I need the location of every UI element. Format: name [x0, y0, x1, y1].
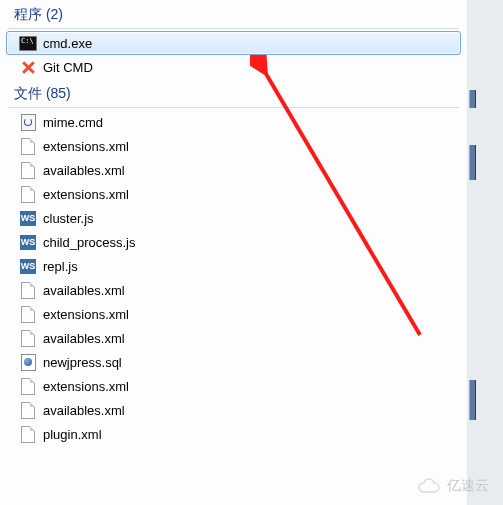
programs-item[interactable]: cmd.exe — [6, 31, 461, 55]
list-item-label: availables.xml — [43, 331, 125, 346]
list-item-label: extensions.xml — [43, 187, 129, 202]
webstorm-icon: WS — [19, 234, 37, 250]
section-header-programs: 程序 (2) — [0, 0, 467, 27]
files-item[interactable]: extensions.xml — [6, 134, 461, 158]
cmd-icon — [19, 35, 37, 51]
list-item-label: extensions.xml — [43, 379, 129, 394]
files-item[interactable]: availables.xml — [6, 398, 461, 422]
files-item[interactable]: extensions.xml — [6, 374, 461, 398]
files-list: mime.cmdextensions.xmlavailables.xmlexte… — [6, 110, 461, 446]
section-header-files: 文件 (85) — [0, 79, 467, 106]
list-item-label: availables.xml — [43, 283, 125, 298]
file-icon — [19, 306, 37, 322]
files-item[interactable]: availables.xml — [6, 278, 461, 302]
webstorm-icon: WS — [19, 258, 37, 274]
file-icon — [19, 162, 37, 178]
files-item[interactable]: availables.xml — [6, 158, 461, 182]
list-item-label: availables.xml — [43, 403, 125, 418]
files-item[interactable]: WScluster.js — [6, 206, 461, 230]
files-item[interactable]: newjpress.sql — [6, 350, 461, 374]
files-item[interactable]: extensions.xml — [6, 182, 461, 206]
search-results-panel: 程序 (2) cmd.exeGit CMD 文件 (85) mime.cmdex… — [0, 0, 467, 505]
files-item[interactable]: WSchild_process.js — [6, 230, 461, 254]
file-icon — [19, 186, 37, 202]
file-icon — [19, 138, 37, 154]
list-item-label: extensions.xml — [43, 307, 129, 322]
list-item-label: Git CMD — [43, 60, 93, 75]
list-item-label: plugin.xml — [43, 427, 102, 442]
file-icon — [19, 378, 37, 394]
programs-item[interactable]: Git CMD — [6, 55, 461, 79]
files-item[interactable]: mime.cmd — [6, 110, 461, 134]
file-icon — [19, 282, 37, 298]
files-item[interactable]: plugin.xml — [6, 422, 461, 446]
divider — [8, 107, 459, 108]
list-item-label: availables.xml — [43, 163, 125, 178]
window-edge — [467, 0, 503, 505]
list-item-label: newjpress.sql — [43, 355, 122, 370]
divider — [8, 28, 459, 29]
webstorm-icon: WS — [19, 210, 37, 226]
cmd-file-icon — [19, 114, 37, 130]
file-icon — [19, 426, 37, 442]
git-icon — [19, 59, 37, 75]
files-item[interactable]: WSrepl.js — [6, 254, 461, 278]
file-icon — [19, 402, 37, 418]
programs-list: cmd.exeGit CMD — [6, 31, 461, 79]
list-item-label: cluster.js — [43, 211, 94, 226]
sql-file-icon — [19, 354, 37, 370]
list-item-label: child_process.js — [43, 235, 136, 250]
files-item[interactable]: availables.xml — [6, 326, 461, 350]
list-item-label: repl.js — [43, 259, 78, 274]
files-item[interactable]: extensions.xml — [6, 302, 461, 326]
list-item-label: cmd.exe — [43, 36, 92, 51]
file-icon — [19, 330, 37, 346]
list-item-label: extensions.xml — [43, 139, 129, 154]
list-item-label: mime.cmd — [43, 115, 103, 130]
